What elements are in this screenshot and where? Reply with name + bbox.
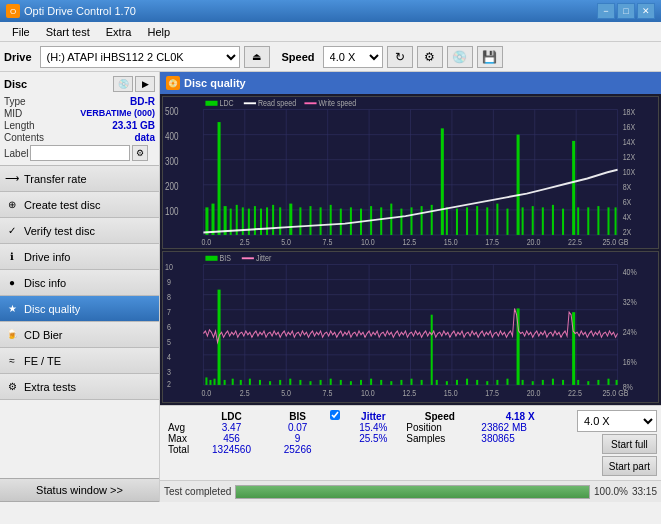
- svg-text:7.5: 7.5: [323, 388, 333, 398]
- bis-header: BIS: [269, 410, 326, 422]
- svg-rect-136: [360, 379, 362, 384]
- svg-text:16%: 16%: [623, 357, 637, 367]
- bis-avg: 0.07: [269, 422, 326, 433]
- stats-table: LDC BIS Jitter Speed 4.18 X Avg: [164, 410, 563, 455]
- svg-rect-62: [587, 207, 589, 235]
- svg-text:12X: 12X: [623, 152, 636, 162]
- bis-total: 25266: [269, 444, 326, 455]
- nav-drive-info[interactable]: ℹ Drive info: [0, 244, 159, 270]
- nav-disc-quality-label: Disc quality: [24, 303, 80, 315]
- svg-rect-128: [279, 379, 281, 384]
- jitter-max: 25.5%: [344, 433, 402, 444]
- title-bar: O Opti Drive Control 1.70 − □ ✕: [0, 0, 661, 22]
- close-button[interactable]: ✕: [637, 3, 655, 19]
- maximize-button[interactable]: □: [617, 3, 635, 19]
- svg-text:2.5: 2.5: [240, 388, 250, 398]
- svg-rect-65: [615, 207, 617, 235]
- avg-row: Avg 3.47 0.07 15.4% Position 23862 MB: [164, 422, 563, 433]
- stats-speed-select[interactable]: 4.0 X: [577, 410, 657, 432]
- nav-disc-info[interactable]: ● Disc info: [0, 270, 159, 296]
- minimize-button[interactable]: −: [597, 3, 615, 19]
- disc-icon-1[interactable]: 💿: [113, 76, 133, 92]
- nav-disc-quality[interactable]: ★ Disc quality: [0, 296, 159, 322]
- svg-rect-161: [597, 379, 599, 384]
- svg-rect-63: [597, 206, 599, 235]
- svg-rect-44: [421, 206, 423, 235]
- speed-select[interactable]: 4.0 X: [323, 46, 383, 68]
- nav-cd-bier[interactable]: 🍺 CD Bier: [0, 322, 159, 348]
- svg-rect-125: [249, 378, 251, 384]
- svg-text:4: 4: [167, 352, 171, 362]
- nav-create-test-disc[interactable]: ⊕ Create test disc: [0, 192, 159, 218]
- disc-length-label: Length: [4, 120, 35, 131]
- svg-rect-26: [254, 206, 256, 235]
- svg-rect-36: [340, 209, 342, 235]
- svg-rect-59: [562, 209, 564, 235]
- svg-rect-145: [446, 381, 448, 385]
- start-part-button[interactable]: Start part: [602, 456, 657, 476]
- svg-rect-29: [272, 205, 274, 235]
- save-button[interactable]: 💾: [477, 46, 503, 68]
- label-input[interactable]: [30, 145, 130, 161]
- refresh-button[interactable]: ↻: [387, 46, 413, 68]
- chart-title: Disc quality: [184, 77, 246, 89]
- nav-transfer-label: Transfer rate: [24, 173, 87, 185]
- svg-rect-41: [390, 204, 392, 235]
- nav-transfer-rate[interactable]: ⟶ Transfer rate: [0, 166, 159, 192]
- nav-verify-test-disc[interactable]: ✓ Verify test disc: [0, 218, 159, 244]
- nav-extra-tests[interactable]: ⚙ Extra tests: [0, 374, 159, 400]
- disc-icon-2[interactable]: ▶: [135, 76, 155, 92]
- settings-button[interactable]: ⚙: [417, 46, 443, 68]
- label-button[interactable]: ⚙: [132, 145, 148, 161]
- progress-fill: [236, 486, 589, 498]
- disc-section: Disc 💿 ▶ Type BD-R MID VERBATIMe (000) L…: [0, 72, 159, 166]
- jitter-header: Jitter: [344, 410, 402, 422]
- top-chart-svg: 500 400 300 200 100 18X 16X 14X 12X 10X …: [163, 97, 658, 248]
- svg-rect-37: [350, 207, 352, 235]
- menu-extra[interactable]: Extra: [98, 22, 140, 41]
- menu-help[interactable]: Help: [139, 22, 178, 41]
- svg-rect-49: [466, 207, 468, 235]
- bis-max: 9: [269, 433, 326, 444]
- svg-text:5.0: 5.0: [281, 388, 291, 398]
- eject-button[interactable]: ⏏: [244, 46, 270, 68]
- svg-text:25.0 GB: 25.0 GB: [602, 388, 628, 398]
- svg-rect-50: [476, 206, 478, 235]
- svg-rect-64: [607, 207, 609, 235]
- svg-rect-159: [577, 379, 579, 384]
- svg-text:10: 10: [165, 261, 173, 271]
- position-value: 23862 MB: [477, 422, 563, 433]
- svg-rect-45: [431, 205, 433, 235]
- svg-rect-138: [380, 379, 382, 384]
- svg-rect-51: [486, 207, 488, 235]
- svg-rect-139: [390, 381, 392, 385]
- svg-text:40%: 40%: [623, 266, 637, 276]
- total-label: Total: [164, 444, 194, 455]
- nav-fe-te[interactable]: ≈ FE / TE: [0, 348, 159, 374]
- svg-text:16X: 16X: [623, 122, 636, 132]
- svg-rect-150: [496, 379, 498, 384]
- svg-rect-35: [330, 205, 332, 235]
- progress-time: 33:15: [632, 486, 657, 497]
- start-full-button[interactable]: Start full: [602, 434, 657, 454]
- svg-rect-153: [522, 379, 524, 384]
- progress-percent: 100.0%: [594, 486, 628, 497]
- svg-text:12.5: 12.5: [402, 237, 416, 247]
- svg-text:10.0: 10.0: [361, 237, 375, 247]
- svg-rect-132: [320, 379, 322, 384]
- svg-text:100: 100: [165, 206, 178, 217]
- drive-select[interactable]: (H:) ATAPI iHBS112 2 CL0K: [40, 46, 240, 68]
- svg-rect-149: [486, 381, 488, 385]
- ldc-header: LDC: [194, 410, 269, 422]
- menu-file[interactable]: File: [4, 22, 38, 41]
- samples-label: Samples: [402, 433, 477, 444]
- verify-icon: ✓: [4, 223, 20, 239]
- drive-info-icon: ℹ: [4, 249, 20, 265]
- status-window-button[interactable]: Status window >>: [0, 478, 159, 502]
- jitter-checkbox[interactable]: [330, 410, 340, 420]
- svg-text:17.5: 17.5: [485, 388, 499, 398]
- menu-start-test[interactable]: Start test: [38, 22, 98, 41]
- svg-rect-34: [320, 207, 322, 235]
- svg-rect-133: [330, 378, 332, 384]
- disc-button[interactable]: 💿: [447, 46, 473, 68]
